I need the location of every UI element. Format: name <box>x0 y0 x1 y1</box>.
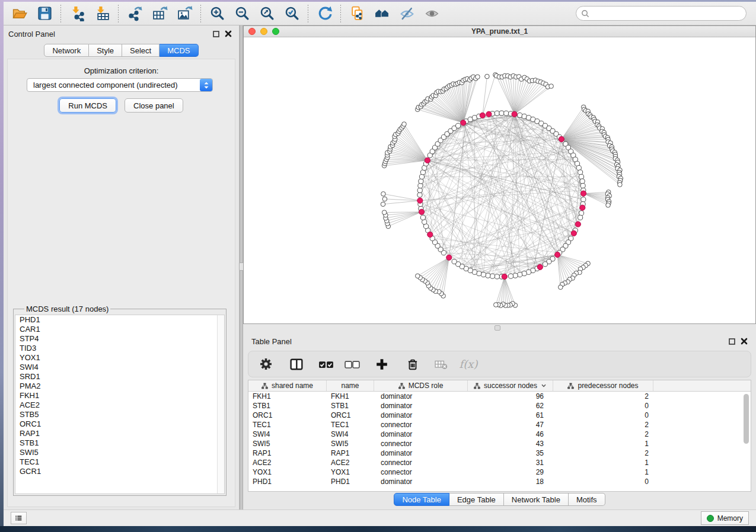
optimization-criterion-select[interactable]: largest connected component (undirected) <box>27 78 213 92</box>
delete-table-icon[interactable] <box>431 355 451 374</box>
table-cell[interactable]: SWI4 <box>327 430 374 439</box>
column-settings-gear-icon[interactable] <box>256 355 276 374</box>
table-cell[interactable]: 0 <box>553 411 653 420</box>
table-scrollbar-thumb[interactable] <box>744 394 749 444</box>
table-cell[interactable]: 35 <box>468 448 553 458</box>
column-header-mcds-role[interactable]: MCDS role <box>374 380 468 391</box>
memory-button[interactable]: Memory <box>701 511 749 525</box>
table-cell[interactable]: connector <box>374 420 468 430</box>
table-cell[interactable]: connector <box>374 467 468 477</box>
table-cell[interactable]: 96 <box>468 392 553 401</box>
table-cell[interactable]: dominator <box>374 477 468 486</box>
table-cell[interactable]: TEC1 <box>248 420 327 430</box>
tab-node-table[interactable]: Node Table <box>394 493 449 506</box>
mcds-result-item[interactable]: FKH1 <box>15 391 224 400</box>
table-cell[interactable]: 1 <box>553 458 653 467</box>
table-cell[interactable]: SWI5 <box>248 439 327 448</box>
table-row[interactable]: YOX1YOX1connector291 <box>248 467 751 477</box>
table-cell[interactable]: 0 <box>553 401 653 411</box>
close-panel-button[interactable]: Close panel <box>125 98 183 113</box>
refresh-icon[interactable] <box>312 4 337 24</box>
tab-style[interactable]: Style <box>89 44 122 57</box>
table-cell[interactable]: ACE2 <box>327 458 374 467</box>
table-cell[interactable]: 61 <box>468 411 553 420</box>
column-header-shared-name[interactable]: shared name <box>248 380 327 391</box>
network-window-titlebar[interactable]: YPA_prune.txt_1 <box>244 26 755 37</box>
mcds-list-scrollbar[interactable] <box>217 315 224 493</box>
column-header-name[interactable]: name <box>327 380 374 391</box>
tab-mcds[interactable]: MCDS <box>160 44 198 57</box>
import-network-icon[interactable] <box>65 4 90 24</box>
export-image-icon[interactable] <box>172 4 197 24</box>
table-cell[interactable]: SWI5 <box>327 439 374 448</box>
mcds-result-item[interactable]: STB1 <box>15 438 224 448</box>
table-cell[interactable]: 1 <box>553 439 653 448</box>
tab-network[interactable]: Network <box>44 44 89 57</box>
zoom-selected-icon[interactable] <box>279 4 304 24</box>
table-cell[interactable]: 2 <box>553 430 653 439</box>
zoom-out-icon[interactable] <box>229 4 254 24</box>
table-cell[interactable]: connector <box>374 458 468 467</box>
mcds-result-item[interactable]: TEC1 <box>15 457 224 467</box>
mcds-result-item[interactable]: PMA2 <box>15 382 224 391</box>
mcds-result-item[interactable]: STP4 <box>15 334 224 344</box>
table-cell[interactable]: RAP1 <box>248 448 327 458</box>
table-cell[interactable]: dominator <box>374 392 468 401</box>
mcds-result-item[interactable]: GCR1 <box>15 467 224 476</box>
table-cell[interactable]: 47 <box>468 420 553 430</box>
table-cell[interactable]: FKH1 <box>327 392 374 401</box>
tab-select[interactable]: Select <box>122 44 160 57</box>
copy-network-icon[interactable] <box>344 4 369 24</box>
mcds-result-item[interactable]: PHD1 <box>15 315 224 325</box>
zoom-fit-icon[interactable] <box>254 4 279 24</box>
table-cell[interactable]: YOX1 <box>248 467 327 477</box>
hide-selected-icon[interactable] <box>394 4 419 24</box>
table-cell[interactable]: 2 <box>553 448 653 458</box>
mcds-result-item[interactable]: CAR1 <box>15 325 224 334</box>
float-table-panel-icon[interactable] <box>729 338 735 345</box>
table-cell[interactable]: FKH1 <box>248 392 327 401</box>
table-cell[interactable]: dominator <box>374 448 468 458</box>
table-cell[interactable]: STB1 <box>248 401 327 411</box>
delete-row-icon[interactable] <box>403 355 423 374</box>
table-cell[interactable]: ACE2 <box>248 458 327 467</box>
run-mcds-button[interactable]: Run MCDS <box>59 98 116 113</box>
zoom-in-icon[interactable] <box>205 4 229 24</box>
table-cell[interactable]: 1 <box>553 467 653 477</box>
table-cell[interactable]: YOX1 <box>327 467 374 477</box>
table-cell[interactable]: 46 <box>468 430 553 439</box>
export-network-icon[interactable] <box>122 4 147 24</box>
table-row[interactable]: ORC1ORC1dominator610 <box>248 411 751 420</box>
mcds-result-item[interactable]: TID3 <box>15 344 224 353</box>
mcds-result-item[interactable]: ACE2 <box>15 400 224 410</box>
horizontal-splitter-handle[interactable] <box>495 325 500 331</box>
table-cell[interactable]: STB1 <box>327 401 374 411</box>
import-table-icon[interactable] <box>90 4 114 24</box>
table-row[interactable]: ACE2ACE2connector311 <box>248 458 751 467</box>
table-cell[interactable]: SWI4 <box>248 430 327 439</box>
save-session-icon[interactable] <box>32 4 57 24</box>
table-cell[interactable]: dominator <box>374 411 468 420</box>
mcds-result-item[interactable]: SRD1 <box>15 372 224 382</box>
table-cell[interactable]: 29 <box>468 467 553 477</box>
table-row[interactable]: SWI4SWI4dominator462 <box>248 430 751 439</box>
table-row[interactable]: RAP1RAP1dominator352 <box>248 448 751 458</box>
mcds-result-item[interactable]: SWI4 <box>15 363 224 372</box>
tab-network-table[interactable]: Network Table <box>504 493 569 506</box>
tab-edge-table[interactable]: Edge Table <box>449 493 504 506</box>
task-history-button[interactable] <box>11 512 27 524</box>
table-cell[interactable]: dominator <box>374 401 468 411</box>
table-cell[interactable]: 43 <box>468 439 553 448</box>
table-cell[interactable]: TEC1 <box>327 420 374 430</box>
table-row[interactable]: STB1STB1dominator620 <box>248 401 751 411</box>
table-cell[interactable]: PHD1 <box>327 477 374 486</box>
deselect-all-icon[interactable] <box>342 355 362 374</box>
column-header-predecessor-nodes[interactable]: predecessor nodes <box>553 380 653 391</box>
mcds-result-item[interactable]: YOX1 <box>15 353 224 363</box>
table-cell[interactable]: 2 <box>553 420 653 430</box>
close-table-panel-icon[interactable] <box>741 338 748 345</box>
select-all-icon[interactable] <box>316 355 336 374</box>
search-input[interactable] <box>592 9 741 18</box>
table-row[interactable]: SWI5SWI5connector431 <box>248 439 751 448</box>
first-neighbors-icon[interactable] <box>369 4 394 24</box>
